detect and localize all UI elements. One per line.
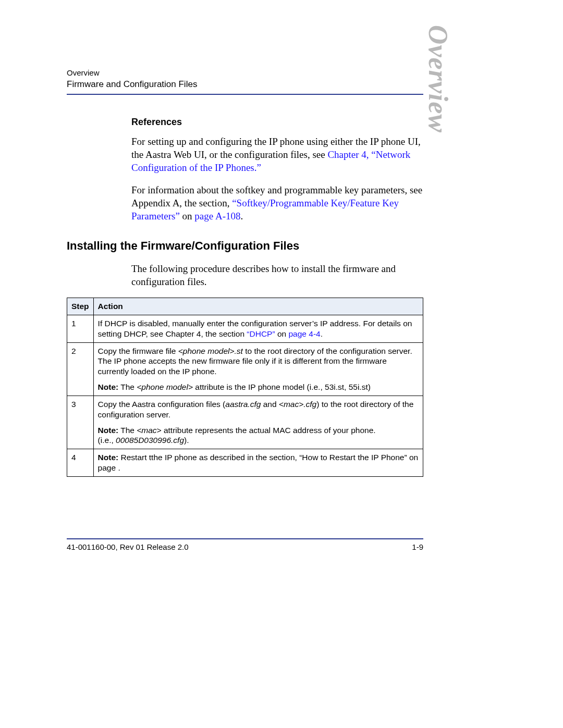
text: ). xyxy=(184,436,189,445)
text: Copy the firmware file xyxy=(98,347,178,355)
text-italic: <phone model> xyxy=(137,382,193,391)
link-page-a108[interactable]: page A-108 xyxy=(194,211,240,221)
table-row: 3 Copy the Aastra configuration files (a… xyxy=(67,396,423,449)
text: and xyxy=(261,400,278,409)
page-body: Overview Firmware and Configuration File… xyxy=(67,68,423,477)
text: Copy the Aastra configuration files ( xyxy=(98,400,226,409)
references-heading: References xyxy=(131,117,423,128)
page-footer: 41-001160-00, Rev 01 Release 2.0 1-9 xyxy=(67,538,423,551)
text: Restart tthe IP phone as described in th… xyxy=(98,453,419,472)
footer-rule xyxy=(67,538,423,539)
table-row: 1 If DHCP is disabled, manually enter th… xyxy=(67,315,423,342)
table-row: 2 Copy the firmware file <phone model>.s… xyxy=(67,342,423,396)
link-page-4-4[interactable]: page 4-4 xyxy=(288,329,320,338)
text: on xyxy=(180,211,195,221)
text-italic: <mac>.cfg xyxy=(279,400,316,409)
header-breadcrumb: Overview xyxy=(67,68,423,78)
header-rule xyxy=(67,94,423,95)
text-italic: aastra.cfg xyxy=(225,400,261,409)
note-label: Note: xyxy=(98,382,119,391)
installing-heading: Installing the Firmware/Configuration Fi… xyxy=(67,239,423,253)
step-number: 4 xyxy=(67,449,94,477)
text: The xyxy=(118,426,137,435)
step-action: Copy the firmware file <phone model>.st … xyxy=(93,342,423,396)
text-italic: <phone model>.st xyxy=(178,347,243,355)
footer-page-number: 1-9 xyxy=(412,542,423,551)
header-section: Firmware and Configuration Files xyxy=(67,79,423,90)
col-step: Step xyxy=(67,298,94,315)
text: . xyxy=(321,329,323,338)
steps-table: Step Action 1 If DHCP is disabled, manua… xyxy=(67,298,423,477)
table-row: 4 Note: Restart tthe IP phone as describ… xyxy=(67,449,423,477)
text-italic: 00085D030996.cfg xyxy=(116,436,184,445)
link-dhcp[interactable]: “DHCP” xyxy=(247,329,275,338)
step-action: If DHCP is disabled, manually enter the … xyxy=(93,315,423,342)
col-action: Action xyxy=(93,298,423,315)
text: attribute is the IP phone model (i.e., 5… xyxy=(193,382,371,391)
references-para-1: For setting up and configuring the IP ph… xyxy=(131,135,423,174)
note-label: Note: xyxy=(98,426,119,435)
text: (i.e., xyxy=(98,436,116,445)
step-action: Copy the Aastra configuration files (aas… xyxy=(93,396,423,449)
text: attribute represents the actual MAC addr… xyxy=(162,426,376,435)
installing-intro: The following procedure describes how to… xyxy=(131,262,423,288)
text: . xyxy=(240,211,243,221)
footer-left: 41-001160-00, Rev 01 Release 2.0 xyxy=(67,542,189,551)
table-header-row: Step Action xyxy=(67,298,423,315)
step-number: 2 xyxy=(67,342,94,396)
text-italic: <mac> xyxy=(137,426,161,435)
references-para-2: For information about the softkey and pr… xyxy=(131,183,423,223)
side-watermark: Overview xyxy=(423,25,454,133)
step-action: Note: Restart tthe IP phone as described… xyxy=(93,449,423,477)
step-number: 3 xyxy=(67,396,94,449)
note-label: Note: xyxy=(98,453,119,462)
text: The xyxy=(118,382,137,391)
step-number: 1 xyxy=(67,315,94,342)
text: on xyxy=(275,329,289,338)
